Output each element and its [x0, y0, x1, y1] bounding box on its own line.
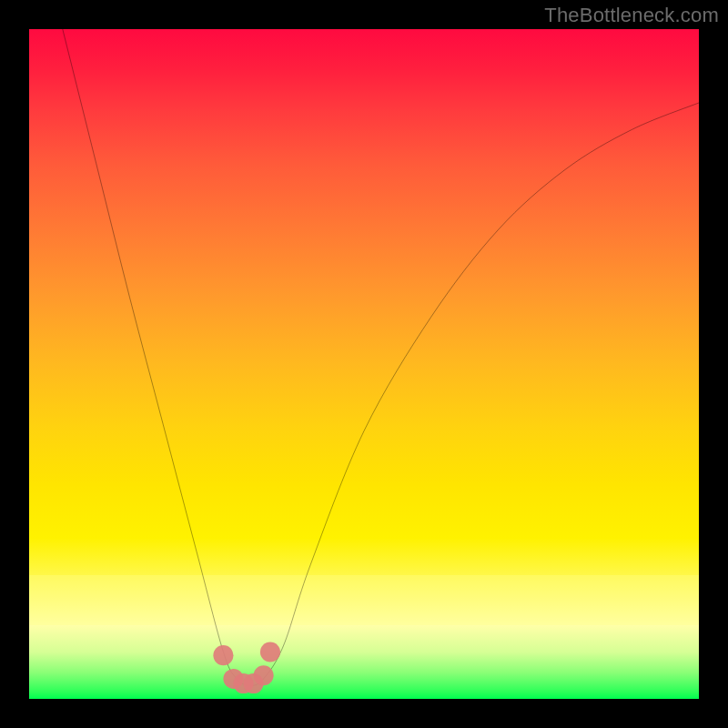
bottleneck-curve [29, 29, 699, 699]
marker-group [213, 642, 280, 693]
curve-marker [254, 665, 274, 685]
curve-path [63, 29, 699, 685]
curve-marker [213, 645, 233, 665]
chart-frame: TheBottleneck.com [0, 0, 728, 728]
watermark-label: TheBottleneck.com [544, 4, 719, 27]
curve-marker [260, 642, 280, 662]
plot-area [29, 29, 699, 699]
